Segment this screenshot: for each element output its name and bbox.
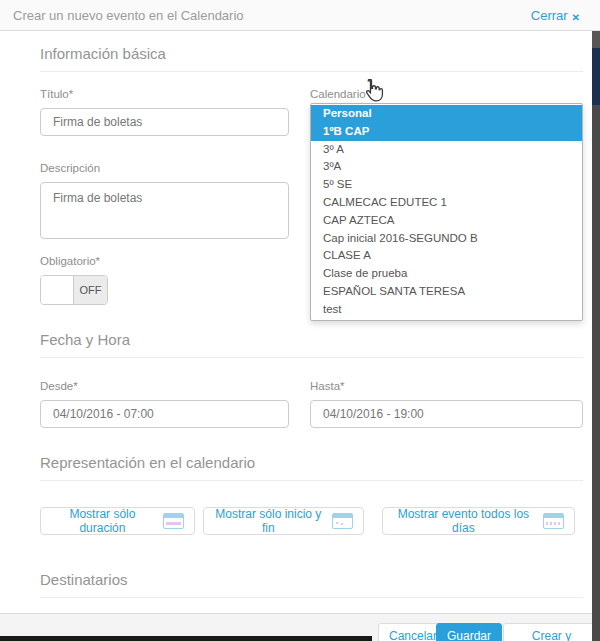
title-label: Título* — [40, 88, 289, 100]
toggle-knob — [41, 276, 74, 304]
close-label: Cerrar — [531, 8, 568, 23]
close-button[interactable]: Cerrar ✕ — [531, 8, 580, 23]
show-duration-label: Mostrar sólo duración — [51, 507, 154, 535]
section-basic-info: Información básica — [40, 31, 583, 72]
show-all-days-button[interactable]: Mostrar evento todos los días — [382, 507, 575, 535]
dropdown-option[interactable]: Personal — [311, 105, 582, 123]
modal-header: Crear un nuevo evento en el Calendario C… — [0, 0, 600, 31]
mandatory-toggle[interactable]: OFF — [40, 275, 108, 305]
toggle-state-label: OFF — [74, 276, 107, 304]
from-datetime-input[interactable] — [40, 400, 289, 428]
description-textarea[interactable]: Firma de boletas — [40, 182, 289, 239]
section-date-time: Fecha y Hora — [40, 317, 583, 358]
page-background-bottom-strip — [0, 636, 372, 641]
dropdown-option[interactable]: ESPAÑOL SANTA TERESA — [311, 283, 582, 301]
dropdown-option[interactable]: 3º A — [311, 141, 582, 159]
show-duration-button[interactable]: Mostrar sólo duración — [40, 507, 195, 535]
calendar-duration-icon — [163, 513, 184, 529]
calendar-start-end-icon — [332, 513, 353, 529]
close-icon: ✕ — [572, 12, 580, 23]
show-all-days-label: Mostrar evento todos los días — [393, 507, 534, 535]
dropdown-option[interactable]: 5º SE — [311, 176, 582, 194]
modal-title: Crear un nuevo evento en el Calendario — [13, 8, 244, 23]
calendar-label: Calendario — [310, 88, 583, 100]
description-label: Descripción — [40, 162, 289, 174]
calendar-dropdown-list: Personal1ºB CAP3º A3ºA5º SECALMECAC EDUT… — [310, 103, 583, 321]
section-representation: Representación en el calendario — [40, 440, 583, 481]
section-recipients: Destinatarios — [40, 557, 583, 598]
to-datetime-input[interactable] — [310, 400, 583, 428]
dropdown-option[interactable]: CALMECAC EDUTEC 1 — [311, 194, 582, 212]
title-input[interactable] — [40, 108, 289, 136]
dropdown-option[interactable]: 1ºB CAP — [311, 123, 582, 141]
show-start-end-button[interactable]: Mostrar sólo inicio y fin — [203, 507, 364, 535]
dropdown-option[interactable]: CAP AZTECA — [311, 212, 582, 230]
dropdown-option[interactable]: Cap inicial 2016-SEGUNDO B — [311, 230, 582, 248]
show-start-end-label: Mostrar sólo inicio y fin — [214, 507, 323, 535]
dropdown-option[interactable]: 3ºA — [311, 158, 582, 176]
create-and-new-button[interactable]: Crear y nuevo — [503, 623, 600, 641]
calendar-all-days-icon — [543, 513, 564, 529]
to-label: Hasta* — [310, 380, 583, 392]
dropdown-option[interactable]: CLASE A — [311, 247, 582, 265]
dropdown-option[interactable]: Clase de prueba — [311, 265, 582, 283]
mandatory-label: Obligatorio* — [40, 255, 289, 267]
save-button[interactable]: Guardar — [436, 623, 502, 641]
dropdown-option[interactable]: test — [311, 301, 582, 319]
from-label: Desde* — [40, 380, 289, 392]
page-background-right-strip — [592, 31, 600, 641]
